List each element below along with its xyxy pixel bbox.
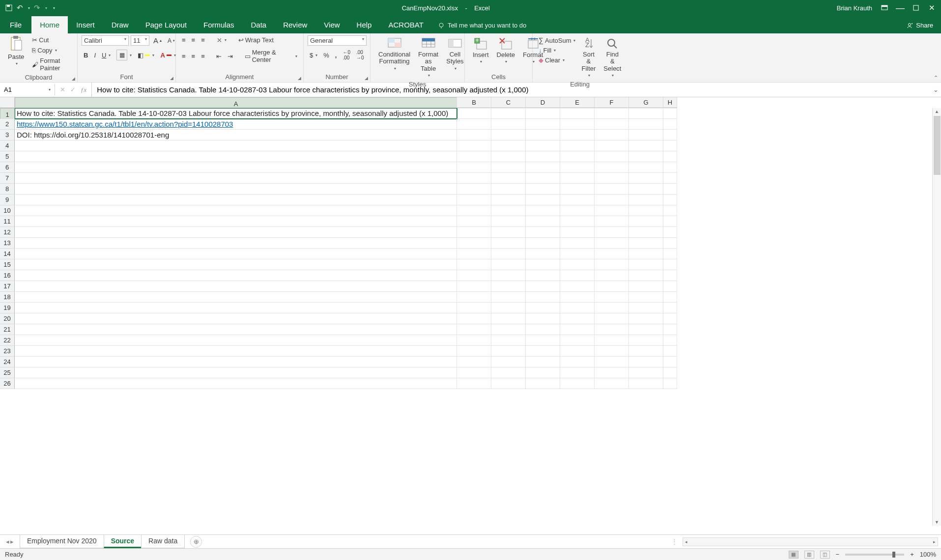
row-header[interactable]: 12	[0, 227, 15, 238]
clear-button[interactable]: ◆Clear▾	[537, 56, 577, 65]
page-break-view-button[interactable]: ◫	[820, 551, 830, 559]
cell-C26[interactable]	[491, 378, 526, 389]
cell-D25[interactable]	[526, 367, 560, 378]
cell-A22[interactable]	[15, 335, 457, 346]
select-all-corner[interactable]	[0, 97, 15, 108]
cell-G20[interactable]	[629, 313, 663, 324]
cell-H20[interactable]	[663, 313, 677, 324]
row-header[interactable]: 6	[0, 162, 15, 173]
cell-E8[interactable]	[560, 184, 595, 195]
cell-D14[interactable]	[526, 249, 560, 259]
cell-B20[interactable]	[457, 313, 491, 324]
cell-D20[interactable]	[526, 313, 560, 324]
cell-E2[interactable]	[560, 119, 595, 130]
cell-C13[interactable]	[491, 238, 526, 249]
cell-H15[interactable]	[663, 259, 677, 270]
sheet-tab-raw-data[interactable]: Raw data	[141, 535, 185, 548]
tab-review[interactable]: Review	[275, 16, 315, 33]
cell-A25[interactable]	[15, 367, 457, 378]
cell-H17[interactable]	[663, 281, 677, 292]
redo-more-caret[interactable]: ▾	[45, 6, 47, 10]
autosum-button[interactable]: ∑AutoSum▾	[537, 35, 577, 45]
cell-D17[interactable]	[526, 281, 560, 292]
cell-D2[interactable]	[526, 119, 560, 130]
cell-C24[interactable]	[491, 357, 526, 367]
cell-B17[interactable]	[457, 281, 491, 292]
cell-C6[interactable]	[491, 162, 526, 173]
qat-customize-caret[interactable]: ▾	[53, 6, 55, 10]
cell-A4[interactable]	[15, 140, 457, 151]
cell-E11[interactable]	[560, 216, 595, 227]
cell-D10[interactable]	[526, 205, 560, 216]
cell-C18[interactable]	[491, 292, 526, 303]
tab-view[interactable]: View	[315, 16, 348, 33]
wrap-text-button[interactable]: ↩Wrap Text	[236, 35, 276, 45]
cell-H14[interactable]	[663, 249, 677, 259]
zoom-out-button[interactable]: −	[836, 551, 840, 558]
format-as-table-button[interactable]: Format as Table▾	[414, 35, 442, 80]
copy-button[interactable]: ⎘Copy▾	[30, 46, 73, 55]
font-size-select[interactable]: 11▾	[131, 35, 149, 46]
cell-A11[interactable]	[15, 216, 457, 227]
cell-H5[interactable]	[663, 151, 677, 162]
cell-D23[interactable]	[526, 346, 560, 357]
row-header[interactable]: 10	[0, 205, 15, 216]
cell-F15[interactable]	[595, 259, 629, 270]
cell-F7[interactable]	[595, 173, 629, 184]
sheet-nav-prev-icon[interactable]: ◂	[6, 538, 9, 545]
cancel-formula-icon[interactable]: ✕	[60, 86, 65, 93]
cell-A9[interactable]	[15, 195, 457, 205]
cell-H18[interactable]	[663, 292, 677, 303]
cell-H24[interactable]	[663, 357, 677, 367]
cell-B11[interactable]	[457, 216, 491, 227]
cell-G8[interactable]	[629, 184, 663, 195]
new-sheet-button[interactable]: ⊕	[190, 536, 202, 548]
row-header[interactable]: 14	[0, 249, 15, 259]
dialog-launcher-icon[interactable]: ◢	[365, 76, 368, 81]
cell-E19[interactable]	[560, 303, 595, 313]
cell-G14[interactable]	[629, 249, 663, 259]
cell-B6[interactable]	[457, 162, 491, 173]
cell-G18[interactable]	[629, 292, 663, 303]
number-format-select[interactable]: General▾	[308, 35, 367, 46]
cell-C11[interactable]	[491, 216, 526, 227]
cell-B25[interactable]	[457, 367, 491, 378]
cell-A14[interactable]	[15, 249, 457, 259]
cell-A20[interactable]	[15, 313, 457, 324]
cell-C16[interactable]	[491, 270, 526, 281]
decrease-indent-button[interactable]: ⇤	[214, 52, 224, 61]
cell-D15[interactable]	[526, 259, 560, 270]
comma-button[interactable]: ,	[333, 51, 339, 60]
cell-D4[interactable]	[526, 140, 560, 151]
cell-A6[interactable]	[15, 162, 457, 173]
tab-split-handle[interactable]: ⋮	[671, 538, 683, 545]
cell-E5[interactable]	[560, 151, 595, 162]
cell-B9[interactable]	[457, 195, 491, 205]
cell-C2[interactable]	[491, 119, 526, 130]
row-header[interactable]: 21	[0, 324, 15, 335]
cell-A2[interactable]: https://www150.statcan.gc.ca/t1/tbl1/en/…	[15, 119, 457, 130]
cell-A17[interactable]	[15, 281, 457, 292]
zoom-in-button[interactable]: +	[910, 551, 914, 558]
cell-F3[interactable]	[595, 130, 629, 140]
undo-icon[interactable]: ↶	[17, 3, 23, 12]
cell-B19[interactable]	[457, 303, 491, 313]
cell-A12[interactable]	[15, 227, 457, 238]
align-bottom-button[interactable]: ≡	[199, 35, 207, 45]
redo-icon[interactable]: ↷	[34, 3, 40, 12]
cell-H19[interactable]	[663, 303, 677, 313]
cell-B26[interactable]	[457, 378, 491, 389]
row-header[interactable]: 11	[0, 216, 15, 227]
cell-B14[interactable]	[457, 249, 491, 259]
cell-H10[interactable]	[663, 205, 677, 216]
cell-C10[interactable]	[491, 205, 526, 216]
cell-F6[interactable]	[595, 162, 629, 173]
row-header[interactable]: 19	[0, 303, 15, 313]
cell-E15[interactable]	[560, 259, 595, 270]
cell-H21[interactable]	[663, 324, 677, 335]
orientation-button[interactable]: ⤬▾	[215, 35, 228, 45]
fx-icon[interactable]: ƒx	[81, 86, 86, 94]
ribbon-display-icon[interactable]	[881, 4, 888, 11]
cell-E1[interactable]	[560, 108, 595, 119]
cell-G19[interactable]	[629, 303, 663, 313]
